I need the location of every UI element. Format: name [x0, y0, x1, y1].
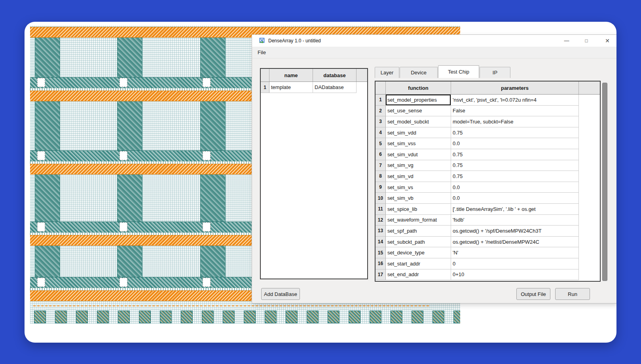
- cell-parameters[interactable]: 'fsdb': [451, 215, 579, 226]
- cell-name[interactable]: template: [269, 82, 313, 93]
- tab-layer[interactable]: Layer: [375, 67, 399, 78]
- tab-ip[interactable]: IP: [480, 67, 510, 78]
- table-row: 13set_spf_pathos.getcwd() + '/spf/DenseM…: [375, 226, 600, 237]
- screenshot-card: DenseArray 1.0 - untitled — □ ✕ File nam…: [25, 22, 616, 343]
- row-number[interactable]: 7: [375, 160, 386, 171]
- cell-function[interactable]: set_sim_vg: [386, 160, 451, 171]
- row-filler: [579, 204, 600, 215]
- cell-parameters[interactable]: os.getcwd() + '/netlist/DenseMPW24C: [451, 237, 579, 248]
- tab-test-chip[interactable]: Test Chip: [438, 65, 479, 78]
- column-header-parameters[interactable]: parameters: [451, 82, 579, 94]
- chip-via-window: [119, 222, 127, 231]
- row-number[interactable]: 6: [375, 149, 386, 160]
- cell-function[interactable]: set_spice_lib: [386, 204, 451, 215]
- cell-function[interactable]: set_sim_vs: [386, 182, 451, 193]
- cell-parameters[interactable]: 'N': [451, 247, 579, 258]
- cell-parameters[interactable]: 0.0: [451, 182, 579, 193]
- table-row: 16set_start_addr0: [375, 258, 600, 269]
- row-number[interactable]: 13: [375, 226, 386, 237]
- chip-io-pad: [97, 311, 109, 323]
- chip-via-window: [119, 151, 127, 160]
- row-number[interactable]: 2: [375, 106, 386, 117]
- column-header-name[interactable]: name: [269, 69, 313, 82]
- row-number[interactable]: 15: [375, 247, 386, 258]
- maximize-button[interactable]: □: [581, 36, 592, 46]
- cell-function[interactable]: set_waveform_format: [386, 215, 451, 226]
- cell-parameters[interactable]: 0+10: [451, 269, 579, 281]
- row-number[interactable]: 9: [375, 182, 386, 193]
- cell-function[interactable]: set_use_sense: [386, 106, 451, 117]
- window-title: DenseArray 1.0 - untitled: [268, 38, 321, 44]
- cell-parameters[interactable]: model=True, subckt=False: [451, 116, 579, 127]
- table-row: 6set_sim_vdut0.75: [375, 149, 600, 160]
- row-filler: [579, 247, 600, 258]
- cell-function[interactable]: set_sim_vdd: [386, 127, 451, 138]
- row-number[interactable]: 14: [375, 237, 386, 248]
- close-button[interactable]: ✕: [602, 36, 613, 46]
- cell-parameters[interactable]: 0.75: [451, 127, 579, 138]
- add-database-button[interactable]: Add DataBase: [261, 288, 300, 300]
- row-number[interactable]: 5: [375, 138, 386, 149]
- row-number[interactable]: 3: [375, 116, 386, 127]
- cell-parameters[interactable]: 0.0: [451, 193, 579, 204]
- cell-parameters[interactable]: 0: [451, 258, 579, 269]
- cell-function[interactable]: set_model_properties: [386, 95, 451, 106]
- tab-bar: LayerDeviceTest ChipIP: [375, 65, 511, 78]
- chip-via-window: [203, 151, 211, 160]
- cell-function[interactable]: set_model_subckt: [386, 116, 451, 127]
- run-button[interactable]: Run: [555, 288, 590, 300]
- row-number[interactable]: 12: [375, 215, 386, 226]
- cell-database[interactable]: DADatabase: [313, 82, 357, 93]
- chip-io-pad: [223, 311, 235, 323]
- cell-function[interactable]: set_end_addr: [386, 269, 451, 281]
- row-number[interactable]: 8: [375, 171, 386, 182]
- menu-bar: File: [252, 47, 616, 59]
- cell-parameters[interactable]: False: [451, 106, 579, 117]
- cell-parameters[interactable]: 'nsvt_ckt', 'psvt_ckt', 'l=0.072u nfin=4: [451, 95, 579, 106]
- chip-io-pad: [181, 311, 193, 323]
- cell-function[interactable]: set_start_addr: [386, 258, 451, 269]
- row-filler: [579, 160, 600, 171]
- row-number[interactable]: 16: [375, 258, 386, 269]
- row-number[interactable]: 10: [375, 193, 386, 204]
- cell-function[interactable]: set_subckt_path: [386, 237, 451, 248]
- cell-parameters[interactable]: 0.75: [451, 149, 579, 160]
- table-row: 12set_waveform_format'fsdb': [375, 215, 600, 226]
- chip-io-pad: [55, 311, 67, 323]
- scrollbar-thumb[interactable]: [602, 83, 607, 281]
- row-number[interactable]: 1: [261, 82, 269, 93]
- database-table-header: name database: [261, 69, 367, 82]
- cell-parameters[interactable]: 0.75: [451, 171, 579, 182]
- cell-parameters[interactable]: os.getcwd() + '/spf/DenseMPW24Ch3T: [451, 226, 579, 237]
- chip-io-pad: [307, 311, 319, 323]
- densearray-window: DenseArray 1.0 - untitled — □ ✕ File nam…: [252, 35, 616, 303]
- function-table-scrollbar[interactable]: [602, 82, 608, 282]
- row-number[interactable]: 11: [375, 204, 386, 215]
- tab-device[interactable]: Device: [400, 67, 438, 78]
- file-menu[interactable]: File: [257, 49, 267, 55]
- cell-parameters[interactable]: ['.title DenseArraySim', '.lib ' + os.ge…: [451, 204, 579, 215]
- row-filler: [579, 138, 600, 149]
- cell-function[interactable]: set_sim_vb: [386, 193, 451, 204]
- cell-function[interactable]: set_sim_vss: [386, 138, 451, 149]
- cell-function[interactable]: set_sim_vd: [386, 171, 451, 182]
- table-row: 7set_sim_vg0.75: [375, 160, 600, 171]
- cell-function[interactable]: set_sim_vdut: [386, 149, 451, 160]
- row-filler: [579, 171, 600, 182]
- row-number[interactable]: 1: [375, 95, 386, 106]
- row-number[interactable]: 17: [375, 269, 386, 281]
- table-row: 3set_model_subcktmodel=True, subckt=Fals…: [375, 116, 600, 127]
- chip-io-pad: [202, 311, 214, 323]
- minimize-button[interactable]: —: [561, 36, 572, 46]
- output-file-button[interactable]: Output File: [516, 288, 550, 300]
- column-header-function[interactable]: function: [386, 82, 451, 94]
- row-filler: [579, 226, 600, 237]
- row-number[interactable]: 4: [375, 127, 386, 138]
- chip-via-window: [119, 278, 127, 287]
- cell-parameters[interactable]: 0.75: [451, 160, 579, 171]
- cell-function[interactable]: set_device_type: [386, 247, 451, 258]
- cell-parameters[interactable]: 0.0: [451, 138, 579, 149]
- chip-via-window: [37, 78, 45, 87]
- column-header-database[interactable]: database: [313, 69, 357, 82]
- cell-function[interactable]: set_spf_path: [386, 226, 451, 237]
